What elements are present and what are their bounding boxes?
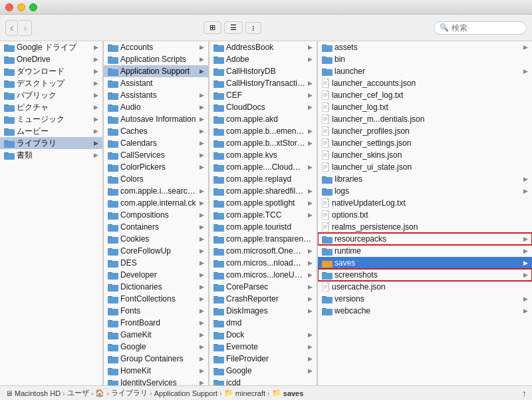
col4-item-7[interactable]: launcher_profiles.json [318,125,532,137]
col2-item-17[interactable]: CoreFollowUp▶ [104,245,208,257]
col3-item-0[interactable]: AddressBook▶ [209,41,317,53]
col2-item-22[interactable]: Fonts▶ [104,305,208,317]
col3-item-8[interactable]: com.apple.b...xtStoreAgent▶ [209,137,317,149]
col3-item-20[interactable]: CoreParsec▶ [209,281,317,293]
col2-item-2[interactable]: Application Support▶ [104,65,208,77]
col4-item-19[interactable]: screenshots▶ [318,269,532,281]
col3-item-3[interactable]: CallHistoryTransactions▶ [209,77,317,89]
col2-item-9[interactable]: CallServices▶ [104,149,208,161]
col2-item-13[interactable]: com.apple.internal.ck▶ [104,197,208,209]
col2-item-3[interactable]: Assistant [104,77,208,89]
col1-item-2[interactable]: ダウンロード▶ [0,65,102,77]
col2-item-1[interactable]: Application Scripts▶ [104,53,208,65]
col1-item-0[interactable]: Google ドライブ▶ [0,41,102,53]
col1-item-4[interactable]: パブリック▶ [0,89,102,101]
col1-item-8[interactable]: ライブラリ▶ [0,137,102,149]
col1-item-7[interactable]: ムービー▶ [0,125,102,137]
forward-button[interactable]: › [19,20,31,36]
col4-item-18[interactable]: saves▶ [318,257,532,269]
col3-item-6[interactable]: com.apple.akd [209,113,317,125]
col2-item-14[interactable]: Compositions▶ [104,209,208,221]
col3-item-18[interactable]: com.micros...nloadAndGo▶ [209,257,317,269]
col3-item-17[interactable]: com.microsoft.OneDrive▶ [209,245,317,257]
col3-item-22[interactable]: DiskImages▶ [209,305,317,317]
col2-item-26[interactable]: Group Containers▶ [104,353,208,365]
close-button[interactable] [5,3,13,11]
minimize-button[interactable] [17,3,25,11]
col3-item-13[interactable]: com.apple.spotlight▶ [209,197,317,209]
col3-item-11[interactable]: com.apple.replayd [209,173,317,185]
breadcrumb-up-button[interactable]: ↑ [522,388,527,399]
col3-item-1[interactable]: Adobe▶ [209,53,317,65]
col3-item-7[interactable]: com.apple.b...ementagent▶ [209,125,317,137]
col4-item-2[interactable]: launcher▶ [318,65,532,77]
col4-item-6[interactable]: launcher_m...dentials.json [318,113,532,125]
col3-item-28[interactable]: icdd [209,377,317,385]
col2-item-12[interactable]: com.apple.i...searchpartyd▶ [104,185,208,197]
col4-item-10[interactable]: launcher_ui_state.json [318,161,532,173]
col2-item-0[interactable]: Accounts▶ [104,41,208,53]
fullscreen-button[interactable] [29,3,37,11]
col2-item-24[interactable]: GameKit▶ [104,329,208,341]
col3-item-23[interactable]: dmd [209,317,317,329]
col1-item-6[interactable]: ミュージック▶ [0,113,102,125]
col2-item-16[interactable]: Cookies▶ [104,233,208,245]
col1-item-3[interactable]: デスクトップ▶ [0,77,102,89]
col2-item-19[interactable]: Developer▶ [104,269,208,281]
col2-item-10[interactable]: ColorPickers▶ [104,161,208,173]
view-list-button[interactable]: ☰ [224,21,243,34]
col2-item-20[interactable]: Dictionaries▶ [104,281,208,293]
col3-item-2[interactable]: CallHistoryDB [209,65,317,77]
col3-item-15[interactable]: com.apple.touristd [209,221,317,233]
col3-item-26[interactable]: FileProvider▶ [209,353,317,365]
col4-item-12[interactable]: logs▶ [318,185,532,197]
breadcrumb-user[interactable]: ユーザ [67,388,89,398]
col2-item-21[interactable]: FontCollections▶ [104,293,208,305]
col4-item-16[interactable]: resourcepacks▶ [318,233,532,245]
col2-item-11[interactable]: Colors [104,173,208,185]
breadcrumb-appsupport[interactable]: Application Support [154,389,217,397]
col3-item-10[interactable]: com.apple....CloudStorage▶ [209,161,317,173]
col3-item-9[interactable]: com.apple.kvs [209,149,317,161]
breadcrumb-saves[interactable]: saves [283,389,304,397]
col4-item-20[interactable]: usercache.json [318,281,532,293]
breadcrumb-library[interactable]: ライブラリ [111,388,148,398]
col4-item-17[interactable]: runtime▶ [318,245,532,257]
col2-item-27[interactable]: HomeKit▶ [104,365,208,377]
col4-item-8[interactable]: launcher_settings.json [318,137,532,149]
col4-item-5[interactable]: launcher_log.txt [318,101,532,113]
col3-item-24[interactable]: Dock▶ [209,329,317,341]
col4-item-13[interactable]: nativeUpdaterLog.txt [318,197,532,209]
col4-item-3[interactable]: launcher_accounts.json [318,77,532,89]
col4-item-9[interactable]: launcher_skins.json [318,149,532,161]
col4-item-15[interactable]: realms_persistence.json [318,221,532,233]
col3-item-27[interactable]: Google▶ [209,365,317,377]
search-input[interactable] [452,23,521,33]
col4-item-14[interactable]: options.txt [318,209,532,221]
col1-item-9[interactable]: 書類▶ [0,149,102,161]
col2-item-6[interactable]: Autosave Information▶ [104,113,208,125]
col2-item-28[interactable]: IdentityServices▶ [104,377,208,385]
col3-item-25[interactable]: Evernote▶ [209,341,317,353]
col3-item-14[interactable]: com.apple.TCC▶ [209,209,317,221]
col2-item-4[interactable]: Assistants▶ [104,89,208,101]
col1-item-1[interactable]: OneDrive▶ [0,53,102,65]
col4-item-11[interactable]: libraries▶ [318,173,532,185]
col3-item-5[interactable]: CloudDocs▶ [209,101,317,113]
col2-item-18[interactable]: DES▶ [104,257,208,269]
col2-item-8[interactable]: Calendars▶ [104,137,208,149]
col4-item-0[interactable]: assets▶ [318,41,532,53]
col4-item-4[interactable]: launcher_cef_log.txt [318,89,532,101]
col3-item-4[interactable]: CEF▶ [209,89,317,101]
col3-item-19[interactable]: com.micros...loneUpdater▶ [209,269,317,281]
col2-item-25[interactable]: Google▶ [104,341,208,353]
col4-item-22[interactable]: webcache▶ [318,305,532,317]
col3-item-21[interactable]: CrashReporter▶ [209,293,317,305]
col2-item-7[interactable]: Caches▶ [104,125,208,137]
col2-item-23[interactable]: FrontBoard▶ [104,317,208,329]
col3-item-12[interactable]: com.apple.sharedfilelist▶ [209,185,317,197]
col4-item-1[interactable]: bin [318,53,532,65]
view-column-button[interactable]: ⫶ [245,22,261,34]
col1-item-5[interactable]: ピクチャ▶ [0,101,102,113]
col2-item-15[interactable]: Containers▶ [104,221,208,233]
